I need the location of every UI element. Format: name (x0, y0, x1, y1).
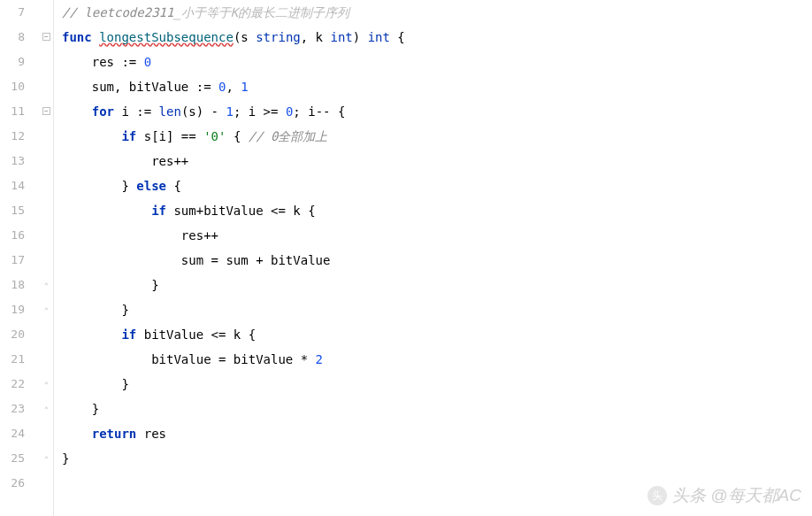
line-number: 12 (0, 124, 25, 149)
code-line[interactable]: } (62, 397, 812, 421)
comment: // leetcode2311_小于等于K的最长二进制子序列 (62, 5, 349, 19)
line-number: 8 (0, 25, 25, 50)
code-line[interactable]: sum, bitValue := 0, 1 (62, 74, 812, 99)
keyword-if: if (121, 327, 136, 342)
fold-toggle-icon[interactable] (42, 33, 50, 41)
code-line[interactable]: } (62, 273, 812, 297)
line-number: 13 (0, 149, 25, 173)
keyword-if: if (151, 204, 166, 218)
fold-end-icon: ⌃ (42, 306, 50, 314)
line-number: 22 (0, 372, 25, 397)
code-line[interactable]: } (62, 446, 812, 471)
code-line[interactable]: } else { (62, 173, 812, 198)
line-number: 21 (0, 347, 25, 372)
fold-end-icon: ⌃ (42, 381, 50, 389)
line-number: 11 (0, 99, 25, 124)
code-line[interactable] (62, 471, 812, 496)
code-area[interactable]: // leetcode2311_小于等于K的最长二进制子序列 func long… (53, 0, 812, 516)
line-number: 9 (0, 50, 25, 74)
line-number: 7 (0, 0, 25, 25)
fold-end-icon: ⌃ (42, 455, 50, 463)
keyword-else: else (129, 179, 174, 193)
keyword-return: return (92, 427, 137, 441)
code-line[interactable]: bitValue = bitValue * 2 (62, 347, 812, 372)
fold-toggle-icon[interactable] (42, 107, 50, 115)
line-number: 24 (0, 421, 25, 446)
line-number: 25 (0, 446, 25, 471)
code-line[interactable]: func longestSubsequence(s string, k int)… (62, 25, 812, 50)
code-line[interactable]: return res (62, 421, 812, 446)
line-number: 20 (0, 322, 25, 347)
line-number-gutter: 7 8 9 10 11 12 13 14 15 16 17 18 19 20 2… (0, 0, 41, 516)
editor-margin-line (53, 0, 54, 516)
line-number: 15 (0, 198, 25, 223)
code-line[interactable]: res++ (62, 223, 812, 248)
comment: // 0全部加上 (249, 129, 328, 143)
code-editor[interactable]: 7 8 9 10 11 12 13 14 15 16 17 18 19 20 2… (0, 0, 812, 516)
line-number: 17 (0, 248, 25, 273)
line-number: 16 (0, 223, 25, 248)
line-number: 14 (0, 173, 25, 198)
fold-end-icon: ⌃ (42, 405, 50, 413)
code-line[interactable]: } (62, 372, 812, 397)
code-line[interactable]: if s[i] == '0' { // 0全部加上 (62, 124, 812, 149)
code-line[interactable]: res++ (62, 149, 812, 173)
fold-end-icon: ⌃ (42, 281, 50, 289)
keyword-for: for (92, 104, 114, 119)
line-number: 26 (0, 471, 25, 496)
code-line[interactable]: for i := len(s) - 1; i >= 0; i-- { (62, 99, 812, 124)
function-name: longestSubsequence (99, 30, 234, 44)
code-line[interactable]: res := 0 (62, 50, 812, 74)
code-line[interactable]: sum = sum + bitValue (62, 248, 812, 273)
line-number: 23 (0, 397, 25, 421)
code-line[interactable]: if sum+bitValue <= k { (62, 198, 812, 223)
line-number: 18 (0, 273, 25, 297)
code-line[interactable]: } (62, 297, 812, 322)
fold-gutter: ⌃ ⌃ ⌃ ⌃ ⌃ (41, 0, 53, 516)
keyword-func: func (62, 30, 92, 44)
code-line[interactable]: if bitValue <= k { (62, 322, 812, 347)
line-number: 19 (0, 297, 25, 322)
code-line[interactable]: // leetcode2311_小于等于K的最长二进制子序列 (62, 0, 812, 25)
line-number: 10 (0, 74, 25, 99)
keyword-if: if (121, 129, 136, 143)
